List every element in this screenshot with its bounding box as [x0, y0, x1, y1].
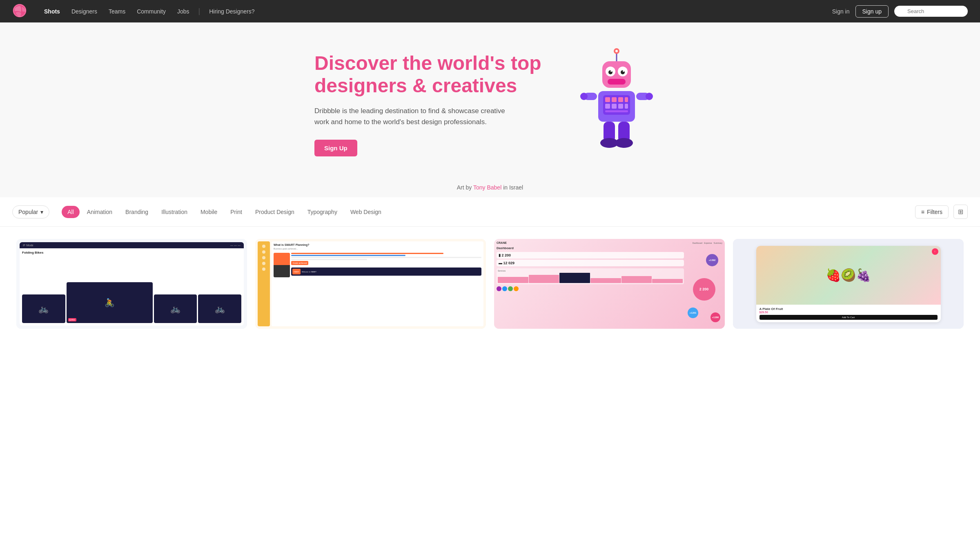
- shot-card[interactable]: CRANE Dashboard Expense Summary Dashboar…: [494, 239, 725, 329]
- shot-thumbnail: What is SMART Planning? Business goals a…: [255, 239, 486, 329]
- svg-rect-11: [608, 79, 626, 85]
- svg-rect-19: [612, 104, 617, 109]
- hero-illustration: [576, 47, 666, 161]
- svg-rect-22: [605, 110, 628, 112]
- popular-dropdown[interactable]: Popular ▾: [12, 205, 49, 218]
- filter-bar: Popular ▾ All Animation Branding Illustr…: [0, 197, 980, 227]
- svg-rect-21: [625, 104, 628, 109]
- tab-web-design[interactable]: Web Design: [345, 206, 387, 218]
- grid-icon: ⊞: [958, 208, 963, 215]
- svg-rect-15: [612, 97, 617, 102]
- shots-grid: IF Mode — — — Folding Bikes 🚲 🚴 $2850: [0, 227, 980, 341]
- shot-card[interactable]: IF Mode — — — Folding Bikes 🚲 🚴 $2850: [16, 239, 247, 329]
- tab-illustration[interactable]: Illustration: [156, 206, 193, 218]
- artist-link[interactable]: Tony Babel: [473, 184, 501, 191]
- nav-jobs[interactable]: Jobs: [172, 0, 195, 22]
- hero-text: Discover the world's top designers & cre…: [314, 52, 551, 156]
- signup-button[interactable]: Sign up: [855, 5, 889, 18]
- popular-label: Popular: [18, 209, 38, 215]
- svg-rect-20: [618, 104, 623, 109]
- nav-teams[interactable]: Teams: [103, 0, 131, 22]
- filters-label: Filters: [927, 209, 942, 215]
- dribbble-logo[interactable]: [12, 3, 27, 20]
- filter-lines-icon: ≡: [921, 209, 924, 215]
- nav-community[interactable]: Community: [131, 0, 172, 22]
- nav-shots[interactable]: Shots: [38, 0, 66, 22]
- shot-card[interactable]: What is SMART Planning? Business goals a…: [255, 239, 486, 329]
- grid-toggle-button[interactable]: ⊞: [953, 205, 968, 219]
- hero-subtitle: Dribbble is the leading destination to f…: [314, 105, 519, 127]
- shot-thumbnail: IF Mode — — — Folding Bikes 🚲 🚴 $2850: [16, 239, 247, 329]
- svg-rect-18: [605, 104, 610, 109]
- category-tabs: All Animation Branding Illustration Mobi…: [62, 206, 915, 218]
- svg-point-10: [623, 70, 624, 72]
- svg-point-26: [646, 93, 653, 100]
- tab-mobile[interactable]: Mobile: [195, 206, 223, 218]
- tab-animation[interactable]: Animation: [81, 206, 118, 218]
- svg-point-24: [580, 93, 588, 100]
- svg-point-9: [610, 70, 612, 72]
- nav-right: Sign in Sign up 🔍: [832, 5, 968, 18]
- navbar: Shots Designers Teams Community Jobs | H…: [0, 0, 980, 22]
- dropdown-arrow-icon: ▾: [40, 209, 43, 215]
- shot-thumbnail: 🍓🥝🍇 ! A Plate Of Fruit $29.50 Add To Car…: [733, 239, 964, 329]
- svg-rect-16: [618, 97, 623, 102]
- tab-branding[interactable]: Branding: [120, 206, 154, 218]
- svg-rect-17: [625, 97, 628, 102]
- tab-typography[interactable]: Typography: [302, 206, 343, 218]
- art-credit: Art by Tony Babel in Israel: [0, 178, 980, 197]
- nav-designers[interactable]: Designers: [66, 0, 103, 22]
- filters-button[interactable]: ≡ Filters: [915, 205, 949, 218]
- svg-point-30: [615, 138, 633, 148]
- expand-icon: ⊕: [715, 243, 721, 249]
- svg-rect-14: [605, 97, 610, 102]
- nav-divider: |: [198, 7, 200, 16]
- search-wrapper: 🔍: [894, 6, 968, 17]
- tab-all[interactable]: All: [62, 206, 80, 218]
- video-icon: ▶: [235, 243, 243, 250]
- svg-point-3: [615, 50, 618, 52]
- tab-print[interactable]: Print: [225, 206, 248, 218]
- art-credit-suffix: in Israel: [503, 184, 523, 191]
- shot-card[interactable]: 🍓🥝🍇 ! A Plate Of Fruit $29.50 Add To Car…: [733, 239, 964, 329]
- search-input[interactable]: [894, 6, 968, 17]
- filter-right: ≡ Filters ⊞: [915, 205, 968, 219]
- hero-section: Discover the world's top designers & cre…: [0, 22, 980, 178]
- nav-links: Shots Designers Teams Community Jobs | H…: [38, 0, 832, 22]
- hero-signup-button[interactable]: Sign Up: [314, 140, 357, 156]
- art-credit-prefix: Art by: [457, 184, 472, 191]
- nav-hiring[interactable]: Hiring Designers?: [203, 0, 260, 22]
- video-icon: ▶: [951, 243, 960, 250]
- signin-link[interactable]: Sign in: [832, 8, 850, 15]
- tab-product-design[interactable]: Product Design: [249, 206, 300, 218]
- hero-title: Discover the world's top designers & cre…: [314, 52, 551, 97]
- shot-thumbnail: CRANE Dashboard Expense Summary Dashboar…: [494, 239, 725, 329]
